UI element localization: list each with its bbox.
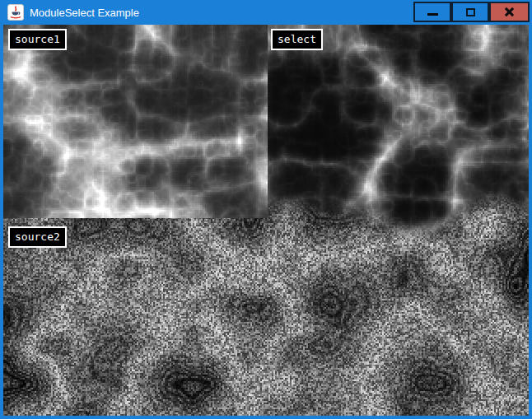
close-button[interactable] [489, 2, 530, 22]
maximize-icon [466, 8, 475, 16]
maximize-button[interactable] [451, 2, 489, 22]
source2-label: source2 [8, 226, 67, 248]
java-app-icon [7, 4, 24, 21]
minimize-icon [427, 13, 438, 16]
select-label: select [271, 29, 323, 50]
window-controls [413, 2, 530, 22]
minimize-button[interactable] [413, 2, 451, 22]
title-bar[interactable]: ModuleSelect Example [0, 0, 532, 25]
source1-image [3, 25, 268, 218]
window-title: ModuleSelect Example [30, 7, 139, 19]
source1-label: source1 [8, 29, 67, 50]
render-area: source1 select source2 [3, 25, 529, 416]
app-window: ModuleSelect Example source1 select sour… [0, 0, 532, 419]
close-icon [503, 6, 516, 18]
